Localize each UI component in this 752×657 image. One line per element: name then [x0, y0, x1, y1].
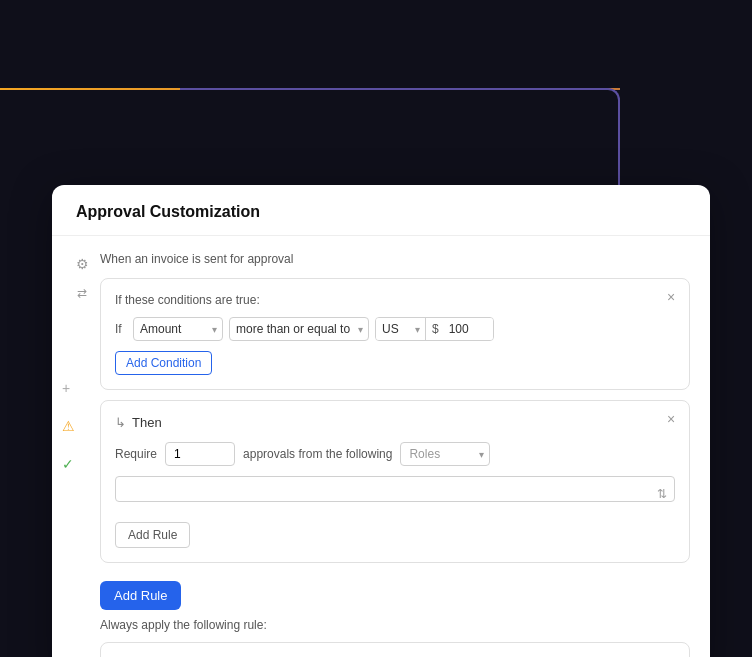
- condition-row: If Amount Date Vendor Category mor: [115, 317, 675, 341]
- conditions-title: If these conditions are true:: [115, 293, 675, 307]
- always-card: × ↳ Require approvals from the following…: [100, 642, 690, 657]
- modal-title: Approval Customization: [76, 203, 686, 221]
- main-content: When an invoice is sent for approval × I…: [100, 252, 690, 657]
- approvals-label-1: approvals from the following: [243, 447, 392, 461]
- then-card-1: × ↳ Then Require approvals from the foll…: [100, 400, 690, 563]
- add-rule-button-inner-1[interactable]: Add Rule: [115, 522, 190, 548]
- operator-select[interactable]: more than or equal to less than equal to…: [229, 317, 369, 341]
- amount-input[interactable]: [443, 318, 493, 340]
- invoice-label: When an invoice is sent for approval: [100, 252, 690, 266]
- conditions-card: × If these conditions are true: If Amoun…: [100, 278, 690, 390]
- currency-symbol: $: [426, 318, 443, 340]
- if-label: If: [115, 322, 127, 336]
- then-label-1: Then: [132, 415, 162, 430]
- search-wrapper-1: [115, 476, 675, 512]
- then-header-1: ↳ Then: [115, 415, 675, 430]
- require-label-1: Require: [115, 447, 157, 461]
- search-input-1[interactable]: [115, 476, 675, 502]
- add-condition-button[interactable]: Add Condition: [115, 351, 212, 375]
- always-label: Always apply the following rule:: [100, 618, 690, 632]
- currency-select-wrapper: US EU GB: [376, 318, 426, 340]
- plus-icon[interactable]: +: [62, 380, 75, 396]
- currency-select[interactable]: US EU GB: [376, 318, 426, 340]
- operator-select-wrapper: more than or equal to less than equal to…: [229, 317, 369, 341]
- then-card-1-close-button[interactable]: ×: [663, 411, 679, 427]
- roles-select-wrapper-1: Roles Manager Director CFO: [400, 442, 490, 466]
- content-area: ⚙ ⇄ When an invoice is sent for approval…: [52, 236, 710, 657]
- modal-scroll: ⚙ ⇄ When an invoice is sent for approval…: [52, 236, 710, 657]
- roles-select-1[interactable]: Roles Manager Director CFO: [400, 442, 490, 466]
- approval-customization-modal: Approval Customization ⚙ ⇄ When an invoi…: [52, 185, 710, 657]
- left-icon-column: ⚙ ⇄: [72, 252, 92, 657]
- modal-header: Approval Customization: [52, 185, 710, 236]
- field-select-wrapper: Amount Date Vendor Category: [133, 317, 223, 341]
- require-number-input-1[interactable]: [165, 442, 235, 466]
- conditions-close-button[interactable]: ×: [663, 289, 679, 305]
- settings-icon: ⚙: [76, 256, 89, 272]
- warning-icon: ⚠: [62, 418, 75, 434]
- add-rule-button-main[interactable]: Add Rule: [100, 581, 181, 610]
- check-circle-icon: ✓: [62, 456, 75, 472]
- require-row-1: Require approvals from the following Rol…: [115, 442, 675, 466]
- external-sidebar-icons: + ⚠ ✓: [62, 380, 75, 472]
- always-card-close-button[interactable]: ×: [663, 653, 679, 657]
- value-group: US EU GB $: [375, 317, 494, 341]
- field-select[interactable]: Amount Date Vendor Category: [133, 317, 223, 341]
- arrows-icon: ⇄: [77, 286, 87, 300]
- then-arrow-1: ↳: [115, 415, 126, 430]
